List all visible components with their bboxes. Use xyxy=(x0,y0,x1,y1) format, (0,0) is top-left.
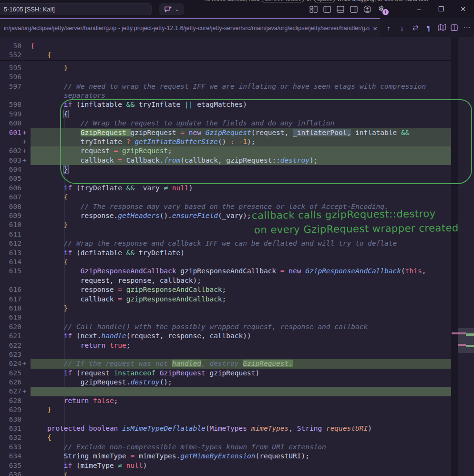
line-number: 595 xyxy=(0,63,21,72)
code-line[interactable]: 596 xyxy=(0,72,474,82)
code-line[interactable]: 615 GzipResponseAndCallback gzipResponse… xyxy=(0,267,474,276)
toggle-sidebar-right-icon[interactable] xyxy=(350,6,358,13)
code-line[interactable]: 629 } xyxy=(0,405,474,414)
line-content: if (request instanceof GzipRequest gzipR… xyxy=(31,369,451,378)
tab-close-icon[interactable]: × xyxy=(373,24,377,32)
line-content: // We need to wrap the request IFF we ar… xyxy=(31,82,451,91)
line-number: 634 xyxy=(0,452,21,461)
line-number xyxy=(0,276,21,285)
arrow-up-icon[interactable]: ↑ xyxy=(384,24,393,32)
settings-gear-icon[interactable]: 1 xyxy=(377,5,385,13)
line-content: // Call handle() with the possibly wrapp… xyxy=(31,322,451,331)
line-number: 617 xyxy=(0,295,21,304)
line-number: 608 xyxy=(0,202,21,211)
annotation-note-line2[interactable]: on every GzipRequest wrapper created xyxy=(254,222,459,236)
diff-marker xyxy=(21,350,31,359)
minimap-icon[interactable] xyxy=(438,24,446,31)
annotation-note-line1[interactable]: callback calls gzipRequest::destroy xyxy=(252,208,436,221)
line-number: 620 xyxy=(0,322,21,331)
code-line[interactable]: 632 { xyxy=(0,433,474,442)
code-line[interactable]: 628 return false; xyxy=(0,396,474,405)
diff-marker xyxy=(21,63,31,72)
diff-marker xyxy=(21,202,31,211)
line-number: 607 xyxy=(0,193,21,202)
line-number: 598 xyxy=(0,100,21,109)
toggle-panel-icon[interactable] xyxy=(337,6,344,13)
line-number: 621 xyxy=(0,331,21,341)
more-actions-icon[interactable]: ⋯ xyxy=(463,23,471,32)
diff-marker xyxy=(21,91,31,100)
split-editor-icon[interactable] xyxy=(451,24,458,31)
line-content: } xyxy=(31,304,451,313)
line-number: 605 xyxy=(0,174,21,183)
code-line[interactable]: 613 if (deflatable && tryDeflate) xyxy=(0,248,474,258)
code-line[interactable]: 595 } xyxy=(0,63,474,72)
diff-marker xyxy=(21,461,31,470)
code-line[interactable]: 622 return true; xyxy=(0,341,474,350)
line-content: request, response, callback); xyxy=(31,276,451,285)
code-line[interactable]: 625 if (request instanceof GzipRequest g… xyxy=(0,369,474,378)
code-line[interactable]: 635 if (mimeType ≠ null) xyxy=(0,461,474,470)
code-line[interactable]: 634 String mimeType = mimeTypes.getMimeB… xyxy=(0,452,474,461)
diff-marker xyxy=(21,110,31,119)
code-line[interactable]: 626 gzipRequest.destroy(); xyxy=(0,378,474,387)
code-line[interactable]: 623 xyxy=(0,350,474,359)
annotation-rectangle[interactable] xyxy=(60,99,472,184)
code-line[interactable]: 620 // Call handle() with the possibly w… xyxy=(0,322,474,331)
line-number: 619 xyxy=(0,313,21,322)
code-line[interactable]: 614 { xyxy=(0,258,474,267)
command-center[interactable]: 5-1605 [SSH: Kali] xyxy=(0,3,152,15)
compare-swap-icon[interactable]: ⇄ xyxy=(411,23,420,32)
arrow-down-icon[interactable]: ↓ xyxy=(398,24,406,32)
line-content: if (mimeType ≠ null) xyxy=(31,461,451,470)
diff-marker xyxy=(21,341,31,350)
customize-layout-icon[interactable] xyxy=(309,6,318,13)
code-line[interactable]: 636 { xyxy=(0,470,474,476)
tab-gzip-file[interactable]: in/java/org/eclipse/jetty/server/handler… xyxy=(0,18,380,37)
toggle-sidebar-left-icon[interactable] xyxy=(323,6,331,13)
close-button[interactable]: ✕ xyxy=(452,0,474,18)
line-content: return true; xyxy=(31,341,451,350)
code-line[interactable]: 627+ xyxy=(0,387,474,396)
minimize-button[interactable]: – xyxy=(408,0,430,18)
code-line[interactable]: 621 if (next.handle(request, response, c… xyxy=(0,331,474,341)
code-line[interactable]: request, response, callback); xyxy=(0,276,474,285)
sticky-scroll[interactable]: 50{552 { xyxy=(0,37,451,61)
line-number: 600 xyxy=(0,119,21,128)
diff-marker xyxy=(21,211,31,220)
code-line[interactable]: 612 // Wrap the response and callback IF… xyxy=(0,239,474,248)
vscode-window: 5-1605 [SSH: Kali] ⌄ xyxy=(0,0,474,476)
line-number: 616 xyxy=(0,285,21,294)
pilcrow-icon[interactable]: ¶ xyxy=(424,24,433,32)
diff-marker: + xyxy=(21,387,31,396)
code-line[interactable]: 607 { xyxy=(0,193,474,202)
line-content xyxy=(31,313,451,322)
code-line[interactable]: 631 protected boolean isMimeTypeDeflatab… xyxy=(0,424,474,433)
code-line[interactable]: 606 if (tryDeflate && _vary ≠ null) xyxy=(0,184,474,193)
title-bar: 5-1605 [SSH: Kali] ⌄ xyxy=(0,0,474,18)
diff-marker xyxy=(21,248,31,258)
line-number: 611 xyxy=(0,230,21,239)
code-line[interactable]: 552 { xyxy=(0,51,451,60)
diff-marker xyxy=(21,82,31,91)
account-icon[interactable] xyxy=(363,5,371,13)
code-line[interactable]: 619 xyxy=(0,313,474,322)
diff-marker xyxy=(21,295,31,304)
code-line[interactable]: 633 // Exclude non-compressible mime-typ… xyxy=(0,443,474,452)
code-line[interactable]: 597 // We need to wrap the request IFF w… xyxy=(0,82,474,91)
restore-button[interactable]: ❐ xyxy=(430,0,452,18)
code-line[interactable]: 50{ xyxy=(0,41,451,51)
line-content: // If the request was not handled, destr… xyxy=(31,359,451,368)
code-line[interactable]: 618 } xyxy=(0,304,474,313)
code-line[interactable]: 617 callback = gzipResponseAndCallback; xyxy=(0,295,474,304)
diff-marker xyxy=(21,443,31,452)
diff-marker xyxy=(21,331,31,341)
diff-marker xyxy=(21,267,31,276)
line-number: 628 xyxy=(0,396,21,405)
code-line[interactable]: 630 xyxy=(0,415,474,424)
line-content: { xyxy=(31,41,451,51)
code-line[interactable]: 624+ // If the request was not handled, … xyxy=(0,359,474,368)
line-number xyxy=(0,91,21,100)
code-line[interactable]: 616 response = gzipResponseAndCallback; xyxy=(0,285,474,294)
chat-button[interactable]: ⌄ xyxy=(159,3,184,15)
